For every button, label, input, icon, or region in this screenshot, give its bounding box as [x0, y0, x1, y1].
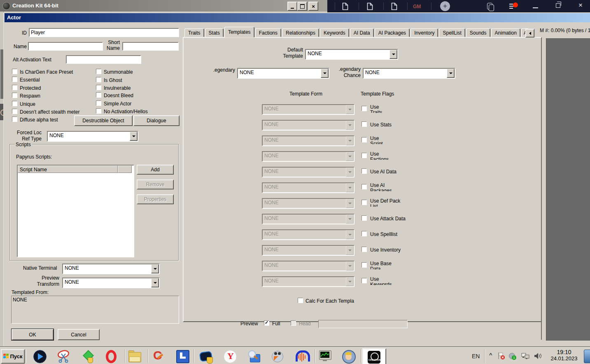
- dropdown-arrow-icon[interactable]: [447, 69, 455, 78]
- actor-flag-checkbox[interactable]: [12, 101, 17, 106]
- use-flag-checkbox[interactable]: [361, 247, 367, 252]
- browser-tab-gm[interactable]: GM: [413, 4, 421, 9]
- native-terminal-dropdown[interactable]: NONE: [62, 264, 160, 274]
- new-tab-button[interactable]: +: [440, 1, 450, 11]
- search-tool-icon[interactable]: [247, 350, 261, 364]
- use-flag-checkbox[interactable]: [361, 278, 367, 283]
- actor-flag-checkbox[interactable]: [96, 69, 101, 74]
- tab-stats[interactable]: Stats: [205, 28, 224, 37]
- short-name-input[interactable]: [122, 42, 179, 51]
- actor-flag-checkbox[interactable]: [12, 117, 17, 122]
- name-input[interactable]: [28, 42, 103, 51]
- media-player-icon[interactable]: [33, 350, 47, 364]
- browser-close-icon[interactable]: ×: [578, 1, 583, 9]
- clock[interactable]: 19:10 24.01.2023: [547, 349, 581, 362]
- ok-button[interactable]: OK: [12, 329, 54, 340]
- actor-flag-checkbox[interactable]: [12, 77, 17, 82]
- actor-flag-checkbox[interactable]: [96, 100, 101, 106]
- preview-full-checkbox[interactable]: [264, 320, 269, 326]
- system-monitor-icon[interactable]: [318, 350, 332, 364]
- dropdown-arrow-icon[interactable]: [389, 50, 397, 59]
- actor-flag-checkbox[interactable]: [12, 85, 17, 90]
- use-flag-checkbox[interactable]: [361, 137, 367, 142]
- action-center-flag-icon[interactable]: [497, 352, 505, 361]
- tab-factions[interactable]: Factions: [255, 28, 281, 37]
- use-flag-checkbox[interactable]: [361, 168, 367, 174]
- opera-icon[interactable]: [104, 350, 118, 364]
- network-icon[interactable]: [521, 353, 529, 361]
- use-flag-checkbox[interactable]: [361, 121, 367, 127]
- forced-loc-ref-type-dropdown[interactable]: NONE: [47, 131, 138, 142]
- add-script-button[interactable]: Add: [137, 165, 174, 175]
- tab-ai-packages[interactable]: AI Packages: [375, 28, 410, 37]
- yandex-browser-icon[interactable]: Y: [223, 350, 237, 364]
- screenshot-tool-icon[interactable]: [57, 350, 71, 364]
- tray-expand-chevron-icon[interactable]: ^: [489, 352, 492, 358]
- language-indicator[interactable]: EN: [472, 353, 480, 359]
- background-scrollbar-thumb[interactable]: [0, 49, 3, 99]
- notes-app-icon[interactable]: [199, 350, 213, 364]
- launcher-l-icon[interactable]: [176, 350, 190, 364]
- sims-icon[interactable]: [81, 350, 95, 364]
- render-preview-panel[interactable]: [546, 38, 590, 341]
- browser-tab-page-icon[interactable]: [342, 2, 348, 12]
- dropdown-arrow-icon[interactable]: [151, 278, 159, 287]
- minimize-button[interactable]: [287, 2, 297, 11]
- tab-scroll-left-button[interactable]: [525, 29, 534, 37]
- use-flag-checkbox[interactable]: [361, 106, 367, 111]
- volume-icon[interactable]: [534, 352, 543, 361]
- default-template-dropdown[interactable]: NONE: [305, 49, 398, 60]
- tab-relationships[interactable]: Relationships: [282, 28, 319, 37]
- tab-keywords[interactable]: Keywords: [320, 28, 349, 37]
- show-desktop-edge[interactable]: [584, 350, 590, 363]
- actor-flag-checkbox[interactable]: [12, 93, 17, 98]
- tab-traits[interactable]: Traits: [184, 28, 204, 37]
- dropdown-arrow-icon[interactable]: [321, 69, 329, 78]
- start-button[interactable]: Пуск: [1, 349, 25, 364]
- tab-sounds[interactable]: Sounds: [466, 28, 490, 37]
- cancel-button[interactable]: Cancel: [58, 329, 100, 340]
- tab-inventory[interactable]: Inventory: [410, 28, 438, 37]
- creation-kit-taskbar-button[interactable]: CREATION: [362, 348, 386, 364]
- alt-activation-input[interactable]: [66, 55, 141, 64]
- legendary-dropdown[interactable]: NONE: [237, 68, 329, 79]
- smplayer-icon[interactable]: [271, 350, 285, 364]
- maximize-button[interactable]: [297, 2, 307, 11]
- actor-flag-checkbox[interactable]: [12, 69, 17, 74]
- menu-icon[interactable]: [509, 3, 518, 9]
- dropdown-arrow-icon[interactable]: [130, 132, 138, 141]
- tab-ai-data[interactable]: AI Data: [350, 28, 374, 37]
- actor-flag-checkbox[interactable]: [96, 92, 101, 98]
- actor-flag-checkbox[interactable]: [12, 109, 17, 114]
- use-flag-checkbox[interactable]: [361, 215, 367, 221]
- preview-transform-dropdown[interactable]: NONE: [62, 278, 160, 288]
- close-button[interactable]: ×: [308, 2, 318, 11]
- browser-restore-icon[interactable]: [556, 3, 560, 8]
- tab-animation[interactable]: Animation: [491, 28, 520, 37]
- actor-flag-checkbox[interactable]: [96, 108, 101, 114]
- legendary-chance-dropdown[interactable]: NONE: [363, 68, 455, 79]
- file-manager-icon[interactable]: [128, 350, 142, 364]
- use-flag-checkbox[interactable]: [361, 184, 367, 189]
- id-input[interactable]: [29, 28, 179, 37]
- tab-spelllist[interactable]: SpellList: [439, 28, 465, 37]
- script-name-column-header[interactable]: Script Name: [18, 166, 118, 173]
- actor-flag-checkbox[interactable]: [96, 77, 101, 82]
- ccleaner-icon[interactable]: C: [152, 350, 166, 364]
- use-flag-checkbox[interactable]: [361, 200, 367, 205]
- audacity-icon[interactable]: [294, 350, 308, 364]
- actor-flag-checkbox[interactable]: [96, 85, 101, 90]
- use-flag-checkbox[interactable]: [361, 231, 367, 236]
- tab-stack-icon[interactable]: [487, 3, 492, 9]
- browser-tab-page-icon[interactable]: [367, 2, 373, 12]
- destructible-object-button[interactable]: Destructible Object: [74, 115, 133, 126]
- use-flag-checkbox[interactable]: [361, 153, 367, 158]
- use-flag-checkbox[interactable]: [361, 262, 367, 268]
- creation-kit-titlebar[interactable]: Creation Kit 64-bit ×: [0, 0, 327, 12]
- tab-templates[interactable]: Templates: [224, 27, 254, 37]
- dialog-titlebar[interactable]: Actor: [5, 13, 590, 22]
- vault-boy-icon[interactable]: [342, 350, 356, 364]
- calc-for-each-template-checkbox[interactable]: [298, 298, 303, 303]
- dropdown-arrow-icon[interactable]: [151, 264, 159, 273]
- browser-tab-page-icon[interactable]: [391, 2, 397, 12]
